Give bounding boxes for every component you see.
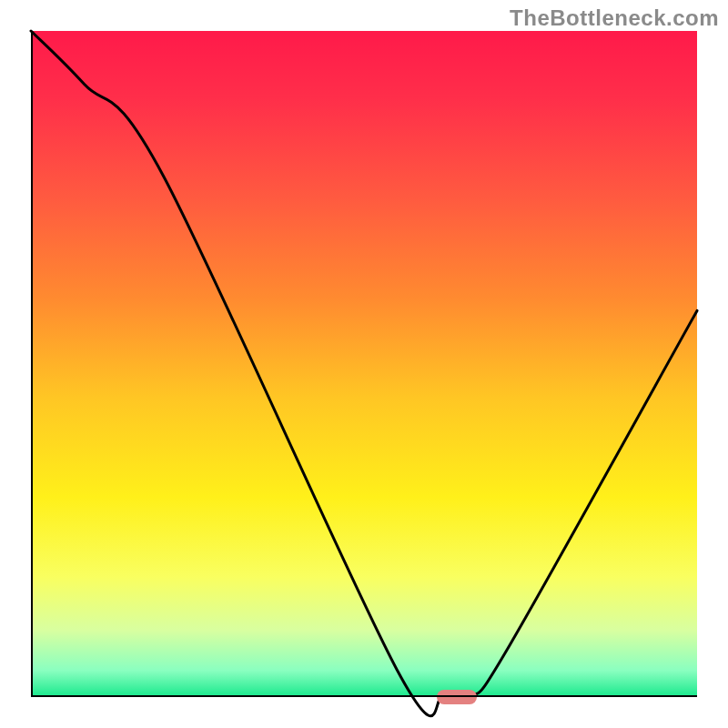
optimal-marker [437, 690, 477, 704]
chart-stage: TheBottleneck.com [0, 0, 728, 728]
watermark-text: TheBottleneck.com [510, 5, 719, 31]
x-axis [31, 695, 697, 697]
plot-area [31, 31, 697, 697]
y-axis [31, 31, 33, 697]
bottleneck-curve [31, 31, 697, 697]
